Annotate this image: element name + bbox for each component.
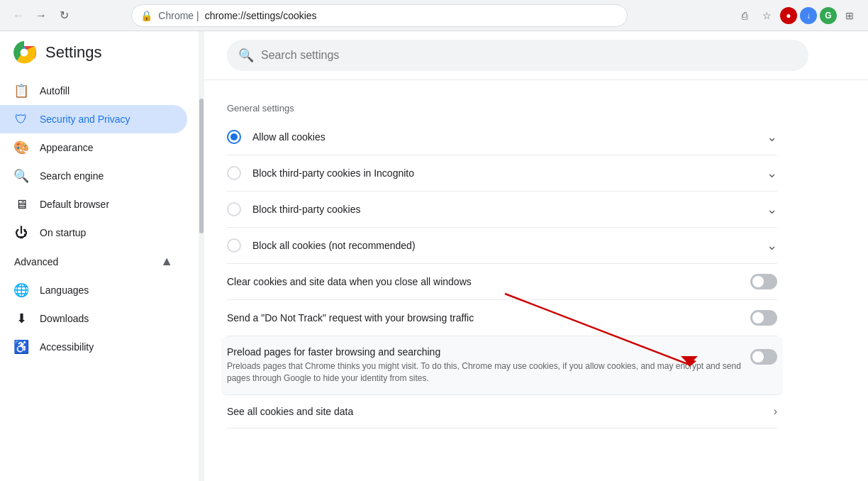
- app-layout: Settings 📋 Autofill 🛡 Security and Priva…: [0, 31, 868, 481]
- ext-icon-red[interactable]: ●: [780, 7, 797, 24]
- downloads-icon: ⬇: [14, 311, 28, 326]
- general-settings-label: General settings: [227, 92, 777, 119]
- main-content: 🔍 General settings Allow all cookies ⌄ B…: [204, 31, 868, 481]
- address-bar[interactable]: 🔒 Chrome |: [131, 4, 628, 27]
- radio-allow-all[interactable]: [227, 130, 241, 144]
- search-icon: 🔍: [238, 48, 254, 63]
- extensions-button[interactable]: ⊞: [840, 6, 859, 26]
- clear-cookies-row: Clear cookies and site data when you clo…: [227, 264, 777, 300]
- security-icon: 🛡: [14, 112, 28, 126]
- main-search-bar: 🔍: [204, 31, 868, 80]
- appearance-icon: 🎨: [14, 140, 28, 155]
- nav-buttons: ← → ↻: [9, 6, 74, 26]
- languages-icon: 🌐: [14, 283, 28, 297]
- block-third-party-label: Block third-party cookies: [252, 204, 767, 215]
- on-startup-icon: ⏻: [14, 226, 28, 240]
- share-button[interactable]: ⎙: [735, 6, 755, 26]
- sidebar: Settings 📋 Autofill 🛡 Security and Priva…: [0, 31, 199, 481]
- sidebar-item-accessibility[interactable]: ♿ Accessibility: [0, 333, 187, 361]
- cookie-option-block-incognito[interactable]: Block third-party cookies in Incognito ⌄: [227, 155, 777, 192]
- back-button[interactable]: ←: [9, 6, 28, 26]
- sidebar-item-search[interactable]: 🔍 Search engine: [0, 162, 187, 190]
- preload-label: Preload pages for faster browsing and se…: [227, 346, 739, 358]
- block-incognito-chevron-icon: ⌄: [767, 165, 777, 181]
- block-all-chevron-icon: ⌄: [767, 238, 777, 253]
- advanced-chevron-icon: ▲: [160, 254, 173, 269]
- sidebar-scrollbar[interactable]: [199, 31, 204, 481]
- radio-block-all[interactable]: [227, 238, 241, 253]
- do-not-track-slider: [750, 310, 777, 326]
- downloads-label: Downloads: [40, 313, 89, 324]
- browser-chrome: ← → ↻ 🔒 Chrome | ⎙ ☆ ● ↓ G ⊞: [0, 0, 868, 31]
- scrollbar-thumb[interactable]: [199, 99, 204, 233]
- ext-icon-blue[interactable]: ↓: [800, 7, 817, 24]
- clear-cookies-slider: [750, 274, 777, 289]
- preload-toggle[interactable]: [750, 349, 777, 365]
- accessibility-icon: ♿: [14, 340, 28, 354]
- clear-cookies-label: Clear cookies and site data when you clo…: [227, 276, 739, 287]
- block-incognito-label: Block third-party cookies in Incognito: [252, 167, 767, 179]
- toolbar-right: ⎙ ☆ ● ↓ G ⊞: [735, 6, 859, 26]
- languages-label: Languages: [40, 284, 89, 296]
- see-all-cookies-label: See all cookies and site data: [227, 406, 353, 417]
- do-not-track-label: Send a "Do Not Track" request with your …: [227, 312, 739, 324]
- url-input[interactable]: [205, 10, 619, 21]
- chrome-logo: [11, 40, 37, 65]
- block-all-label: Block all cookies (not recommended): [252, 240, 767, 251]
- svg-point-2: [21, 49, 28, 57]
- default-browser-icon: 🖥: [14, 197, 28, 211]
- site-label: Chrome |: [158, 10, 199, 21]
- cookie-option-allow-all[interactable]: Allow all cookies ⌄: [227, 119, 777, 155]
- see-all-cookies-arrow-icon: ›: [774, 405, 777, 418]
- search-engine-label: Search engine: [40, 170, 104, 182]
- sidebar-item-autofill[interactable]: 📋 Autofill: [0, 77, 187, 105]
- preload-text-container: Preload pages for faster browsing and se…: [227, 346, 750, 385]
- accessibility-label: Accessibility: [40, 341, 94, 353]
- advanced-section-header[interactable]: Advanced ▲: [0, 247, 187, 276]
- default-browser-label: Default browser: [40, 199, 109, 210]
- forward-button[interactable]: →: [31, 6, 51, 26]
- allow-all-label: Allow all cookies: [252, 131, 767, 143]
- autofill-icon: 📋: [14, 84, 28, 98]
- advanced-label: Advanced: [14, 256, 58, 267]
- preload-row: Preload pages for faster browsing and se…: [221, 336, 783, 395]
- settings-header: Settings: [0, 31, 199, 77]
- on-startup-label: On startup: [40, 227, 86, 238]
- do-not-track-toggle[interactable]: [750, 310, 777, 326]
- search-engine-icon: 🔍: [14, 169, 28, 183]
- cookie-option-block-all[interactable]: Block all cookies (not recommended) ⌄: [227, 228, 777, 264]
- content-area: General settings Allow all cookies ⌄ Blo…: [204, 80, 800, 440]
- sidebar-item-languages[interactable]: 🌐 Languages: [0, 276, 187, 304]
- search-input[interactable]: [261, 49, 797, 62]
- radio-block-third-party[interactable]: [227, 202, 241, 216]
- security-label: Security and Privacy: [40, 114, 130, 125]
- page-title: Settings: [45, 43, 102, 62]
- preload-sublabel: Preloads pages that Chrome thinks you mi…: [227, 360, 750, 385]
- sidebar-item-security[interactable]: 🛡 Security and Privacy: [0, 105, 187, 133]
- reload-button[interactable]: ↻: [54, 6, 74, 26]
- sidebar-item-downloads[interactable]: ⬇ Downloads: [0, 304, 187, 333]
- preload-slider: [750, 349, 777, 365]
- sidebar-item-on-startup[interactable]: ⏻ On startup: [0, 219, 187, 247]
- sidebar-item-appearance[interactable]: 🎨 Appearance: [0, 133, 187, 162]
- bookmark-button[interactable]: ☆: [757, 6, 777, 26]
- do-not-track-row: Send a "Do Not Track" request with your …: [227, 300, 777, 336]
- ext-icon-green[interactable]: G: [820, 7, 837, 24]
- allow-all-chevron-icon: ⌄: [767, 129, 777, 145]
- lock-icon: 🔒: [140, 10, 152, 21]
- appearance-label: Appearance: [40, 142, 94, 153]
- see-all-cookies-row[interactable]: See all cookies and site data ›: [227, 395, 777, 429]
- cookie-option-block-third-party[interactable]: Block third-party cookies ⌄: [227, 192, 777, 228]
- block-third-party-chevron-icon: ⌄: [767, 201, 777, 217]
- sidebar-item-default-browser[interactable]: 🖥 Default browser: [0, 190, 187, 219]
- autofill-label: Autofill: [40, 85, 69, 96]
- search-bar[interactable]: 🔍: [227, 40, 808, 71]
- clear-cookies-toggle[interactable]: [750, 274, 777, 289]
- sidebar-scroll-wrapper: 📋 Autofill 🛡 Security and Privacy 🎨 Appe…: [0, 77, 199, 481]
- radio-block-incognito[interactable]: [227, 166, 241, 180]
